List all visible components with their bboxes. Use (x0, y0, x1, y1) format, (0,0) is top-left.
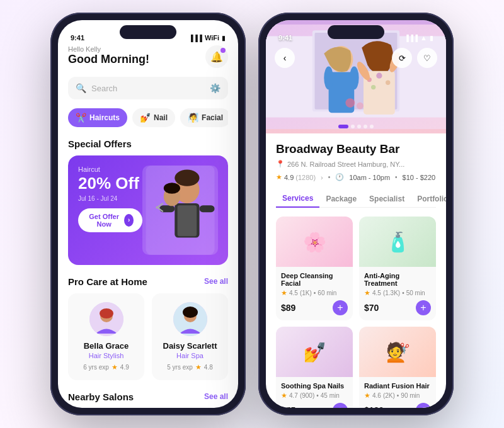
phone-1: 9:41 ▐▐▐ WiFi ▮ Hello Kelly Good Morning… (50, 13, 246, 415)
service-meta-nails: ★ 4.7 (900) • 45 min (281, 391, 348, 400)
service-name-antiaging: Anti-Aging Treatment (364, 272, 431, 287)
service-grid: 🌸 Deep Cleansing Facial ★ 4.5 (1K) • 60 … (276, 217, 436, 408)
rating-star: ★ (276, 173, 282, 181)
hours-text: 10am - 10pm (349, 174, 390, 181)
dynamic-island-2 (328, 25, 384, 39)
phones-container: 9:41 ▐▐▐ WiFi ▮ Hello Kelly Good Morning… (50, 13, 454, 415)
offer-type: Haircut (78, 166, 142, 173)
battery-icon-2: ▮ (430, 35, 433, 42)
tab-specialist[interactable]: Specialist (363, 190, 411, 208)
service-price-row-1: $89 + (281, 300, 348, 315)
nail-icon: 💅 (140, 113, 151, 123)
address-text: 266 N. Railroad Street Hamburg, NY... (287, 160, 404, 168)
svc-rcount-3: (900) (300, 392, 314, 399)
service-price-row-2: $70 + (364, 300, 431, 315)
pro-role-daisy: Hair Spa (158, 352, 222, 359)
hero-actions: ⟳ ♡ (392, 48, 437, 68)
svc-dur-3: 45 min (321, 392, 340, 399)
image-dots (338, 125, 374, 128)
haircuts-label: Haircuts (89, 113, 120, 122)
add-service-1-button[interactable]: + (333, 300, 348, 315)
detail-tabs: Services Package Specialist Portfolio Sh… (276, 190, 436, 208)
service-price-row-4: $120 + (364, 403, 431, 408)
service-info-facial: Deep Cleansing Facial ★ 4.5 (1K) • 60 mi… (276, 267, 353, 320)
special-offers-header: Special Offers (68, 138, 228, 149)
offer-text: Haircut 20% Off Jul 16 - Jul 24 Get Offe… (78, 166, 142, 255)
svc-rcount-1: (1K) (300, 290, 312, 296)
filter-button[interactable]: ⚙️ (210, 83, 220, 93)
category-facial[interactable]: 🧖 Facial (180, 108, 228, 127)
categories-list: ✂️ Haircuts 💅 Nail 🧖 Facial 💆 M (68, 108, 228, 127)
svc-star-1: ★ (281, 289, 287, 297)
nearby-see-all[interactable]: See all (204, 392, 228, 401)
tab-services[interactable]: Services (276, 190, 319, 208)
nail-label: Nail (154, 113, 168, 122)
status-icons-2: ▐▐▐ ▲ ▮ (404, 34, 433, 42)
pro-star-daisy: ★ (195, 363, 202, 371)
service-card-facial: 🌸 Deep Cleansing Facial ★ 4.5 (1K) • 60 … (276, 217, 353, 320)
dot-5 (370, 125, 374, 128)
service-name-hair: Radiant Fusion Hair (364, 382, 431, 390)
svc-rating-1: 4.5 (289, 290, 298, 296)
add-service-4-button[interactable]: + (416, 403, 431, 408)
phone-1-screen: 9:41 ▐▐▐ WiFi ▮ Hello Kelly Good Morning… (58, 20, 238, 408)
svc-sep-2: • (402, 290, 404, 296)
pro-card-bella[interactable]: Bella Grace Hair Stylish 6 yrs exp ★ 4.9 (68, 293, 144, 380)
add-service-2-button[interactable]: + (416, 300, 431, 315)
offer-arrow-icon: › (124, 214, 134, 227)
salon-meta: ★ 4.9 (1280) › • 🕐 10am - 10pm • $10 - $… (276, 173, 436, 181)
search-bar[interactable]: 🔍 Search ⚙️ (68, 77, 228, 99)
svc-dur-2: 50 min (406, 290, 425, 296)
notification-dot (220, 48, 226, 53)
greeting-text: Hello Kelly Good Morning! (68, 45, 149, 66)
get-offer-button[interactable]: Get Offer Now › (78, 208, 142, 232)
time-display-2: 9:41 (278, 34, 292, 42)
svc-dur-4: 90 min (401, 392, 420, 399)
salon-name: Broadway Beauty Bar (276, 142, 436, 156)
service-card-nails: 💅 Soothing Spa Nails ★ 4.7 (900) • 45 mi… (276, 327, 353, 408)
favorite-button[interactable]: ♡ (417, 48, 437, 68)
dot-2 (351, 125, 355, 128)
svc-sep-4: • (397, 392, 399, 399)
svg-point-24 (350, 66, 359, 89)
service-price-3: $55 (281, 405, 295, 408)
pro-care-title: Pro Care at Home (68, 276, 147, 287)
service-meta-hair: ★ 4.6 (2K) • 90 min (364, 391, 431, 400)
wifi-icon: WiFi (205, 34, 219, 42)
svg-point-2 (175, 170, 199, 186)
offer-card[interactable]: Haircut 20% Off Jul 16 - Jul 24 Get Offe… (68, 155, 228, 265)
haircuts-icon: ✂️ (76, 113, 86, 123)
pro-care-see-all[interactable]: See all (204, 277, 228, 286)
svg-point-10 (164, 183, 180, 193)
pro-avatar-bella (89, 302, 123, 336)
pro-meta-bella: 6 yrs exp ★ 4.9 (74, 363, 138, 371)
back-button[interactable]: ‹ (275, 48, 295, 68)
service-price-2: $70 (364, 303, 379, 313)
notification-bell-button[interactable]: 🔔 (205, 45, 228, 68)
greeting-row: Hello Kelly Good Morning! 🔔 (68, 45, 228, 68)
rating-value: 4.9 (284, 174, 294, 181)
svc-rating-4: 4.6 (372, 392, 381, 399)
pro-star-bella: ★ (112, 363, 118, 371)
pro-card-daisy[interactable]: Daisy Scarlett Hair Spa 5 yrs exp ★ 4.8 (152, 293, 228, 380)
svg-point-34 (357, 103, 364, 110)
tab-portfolio[interactable]: Portfolio (411, 190, 446, 208)
dot-4 (364, 125, 367, 128)
phone-2-screen: 9:41 ▐▐▐ ▲ ▮ (266, 20, 446, 408)
svc-sep-1: • (314, 290, 316, 296)
dot-3 (357, 125, 361, 128)
service-info-nails: Soothing Spa Nails ★ 4.7 (900) • 45 min … (276, 377, 353, 408)
service-name-facial: Deep Cleansing Facial (281, 272, 348, 287)
category-haircuts[interactable]: ✂️ Haircuts (68, 108, 127, 127)
offer-image (142, 166, 218, 255)
category-nail[interactable]: 💅 Nail (132, 108, 175, 127)
pro-rating-bella: 4.9 (120, 364, 129, 371)
service-meta-facial: ★ 4.5 (1K) • 60 min (281, 289, 348, 297)
svc-star-4: ★ (364, 391, 370, 400)
add-service-3-button[interactable]: + (333, 403, 348, 408)
salon-address: 📍 266 N. Railroad Street Hamburg, NY... (276, 160, 436, 168)
share-button[interactable]: ⟳ (392, 48, 412, 68)
tab-package[interactable]: Package (319, 190, 363, 208)
facial-label: Facial (202, 113, 223, 122)
pro-exp-daisy: 5 yrs exp (167, 364, 193, 371)
